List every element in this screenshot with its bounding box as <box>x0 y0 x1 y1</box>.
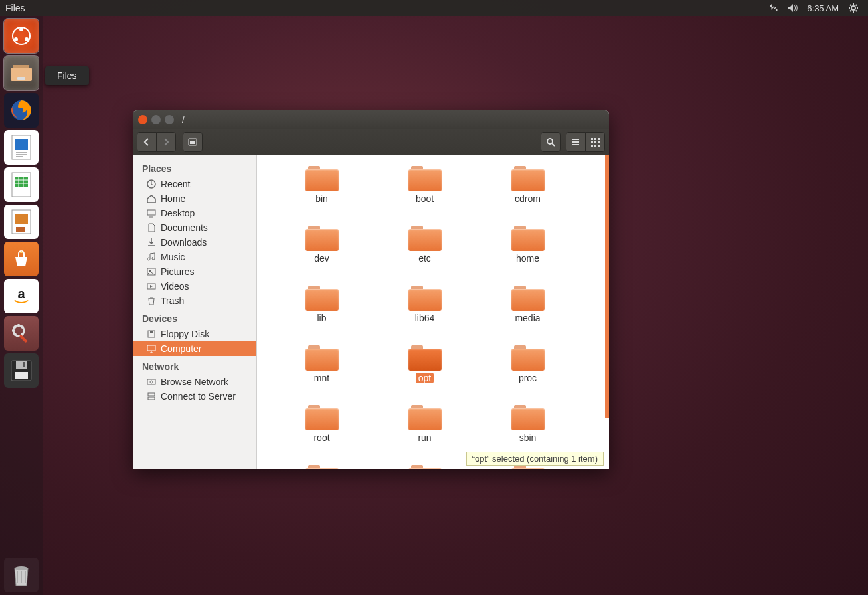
clock[interactable]: 6:35 AM <box>807 3 839 13</box>
sound-icon[interactable] <box>786 1 799 15</box>
sidebar-item-computer[interactable]: Computer <box>133 341 256 356</box>
sidebar-item-label: Browse Network <box>161 377 228 387</box>
folder-media[interactable]: media <box>476 286 579 345</box>
sidebar-item-home[interactable]: Home <box>133 191 256 206</box>
doc-icon <box>146 222 157 233</box>
folder-label: bin <box>313 193 331 204</box>
sidebar-item-connect-to-server[interactable]: Connect to Server <box>133 389 256 404</box>
svg-rect-11 <box>15 139 28 150</box>
folder-icon <box>305 345 339 371</box>
folder-icon <box>408 286 442 311</box>
window-close-button[interactable] <box>138 115 147 124</box>
trash-icon <box>146 296 157 306</box>
search-button[interactable] <box>541 132 561 152</box>
folder-root[interactable]: root <box>270 405 373 465</box>
launcher-firefox[interactable] <box>4 93 39 128</box>
sidebar-item-downloads[interactable]: Downloads <box>133 235 256 250</box>
active-app-name[interactable]: Files <box>5 3 25 13</box>
svg-rect-35 <box>594 145 596 147</box>
floppy-icon <box>146 329 157 339</box>
svg-point-24 <box>15 566 28 570</box>
svg-rect-19 <box>19 335 28 343</box>
sidebar-item-documents[interactable]: Documents <box>133 220 256 235</box>
launcher-dash[interactable] <box>4 19 39 53</box>
icon-view[interactable]: binbootcdromdevetchomeliblib64mediamntop… <box>257 155 609 469</box>
launcher-trash[interactable] <box>4 558 39 592</box>
svg-rect-22 <box>23 362 25 367</box>
svg-rect-28 <box>591 138 593 140</box>
folder-etc[interactable]: etc <box>373 226 476 286</box>
sidebar-item-desktop[interactable]: Desktop <box>133 206 256 220</box>
sidebar-item-pictures[interactable]: Pictures <box>133 264 256 279</box>
folder-label: dev <box>311 253 332 264</box>
sidebar-item-label: Floppy Disk <box>161 329 209 339</box>
folder-label: mnt <box>311 373 332 383</box>
svg-rect-31 <box>591 141 593 143</box>
sidebar-item-videos[interactable]: Videos <box>133 279 256 294</box>
folder-proc[interactable]: proc <box>476 345 579 405</box>
folder-cdrom[interactable]: cdrom <box>476 166 579 226</box>
folder-label: sbin <box>517 432 539 443</box>
sidebar-item-recent[interactable]: Recent <box>133 177 256 191</box>
sidebar-item-music[interactable]: Music <box>133 250 256 264</box>
picture-icon <box>146 266 157 277</box>
launcher-settings[interactable] <box>4 316 39 351</box>
svg-point-0 <box>851 6 855 10</box>
window-minimize-button[interactable] <box>151 115 161 124</box>
folder-sys[interactable]: sys <box>373 465 476 469</box>
folder-boot[interactable]: boot <box>373 166 476 226</box>
folder-run[interactable]: run <box>373 405 476 465</box>
back-button[interactable] <box>137 132 157 152</box>
gear-icon[interactable] <box>847 1 860 15</box>
launcher-writer[interactable] <box>4 130 39 165</box>
sidebar-item-trash[interactable]: Trash <box>133 294 256 308</box>
sidebar-item-label: Trash <box>161 296 184 306</box>
home-icon <box>146 193 157 204</box>
folder-home[interactable]: home <box>476 226 579 286</box>
list-view-button[interactable] <box>566 132 586 152</box>
network-icon[interactable] <box>767 1 780 15</box>
sidebar-item-browse-network[interactable]: Browse Network <box>133 375 256 389</box>
folder-mnt[interactable]: mnt <box>270 345 373 405</box>
window-maximize-button[interactable] <box>165 115 174 124</box>
sidebar-item-label: Music <box>161 252 185 262</box>
folder-srv[interactable]: srv <box>270 465 373 469</box>
sidebar-item-label: Recent <box>161 179 190 189</box>
title-bar[interactable]: / <box>133 110 609 129</box>
folder-icon <box>408 226 442 251</box>
menu-bar: Files 6:35 AM <box>0 0 868 16</box>
svg-point-27 <box>547 139 553 144</box>
scrollbar[interactable] <box>605 155 609 418</box>
folder-lib[interactable]: lib <box>270 286 373 345</box>
launcher-software-center[interactable] <box>4 242 39 276</box>
sidebar-item-floppy-disk[interactable]: Floppy Disk <box>133 327 256 341</box>
sidebar-item-label: Downloads <box>161 237 207 248</box>
sidebar-item-label: Pictures <box>161 266 195 277</box>
svg-rect-48 <box>148 397 155 400</box>
launcher-amazon[interactable]: a <box>4 279 39 313</box>
folder-icon <box>408 465 442 469</box>
grid-view-button[interactable] <box>585 132 605 152</box>
sidebar-item-label: Computer <box>161 343 201 354</box>
folder-label: boot <box>413 193 436 204</box>
svg-rect-33 <box>598 141 600 143</box>
svg-rect-15 <box>15 214 28 224</box>
folder-bin[interactable]: bin <box>270 166 373 226</box>
folder-icon <box>305 286 339 311</box>
launcher-files[interactable] <box>4 56 39 90</box>
download-icon <box>146 237 157 248</box>
files-window: / Places RecentHomeDesktopDocumentsDownl… <box>133 110 609 469</box>
launcher-impress[interactable] <box>4 205 39 239</box>
path-root-button[interactable] <box>183 132 203 152</box>
folder-label: proc <box>516 373 539 383</box>
forward-button[interactable] <box>156 132 176 152</box>
svg-rect-13 <box>15 177 28 187</box>
folder-icon <box>511 226 545 251</box>
svg-point-4 <box>25 37 29 41</box>
folder-dev[interactable]: dev <box>270 226 373 286</box>
folder-label: home <box>513 253 542 264</box>
launcher-calc[interactable] <box>4 167 39 202</box>
launcher-floppy[interactable] <box>4 353 39 388</box>
folder-lib64[interactable]: lib64 <box>373 286 476 345</box>
folder-opt[interactable]: opt <box>373 345 476 405</box>
